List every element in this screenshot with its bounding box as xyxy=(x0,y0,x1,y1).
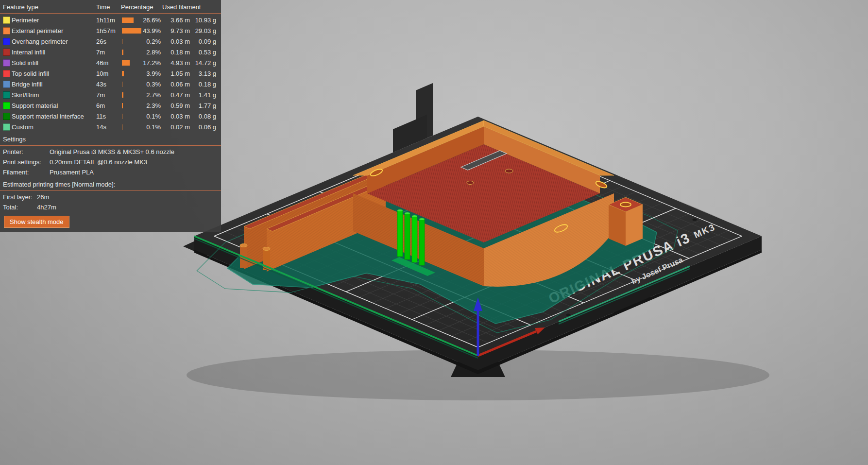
percentage-value: 2.7% xyxy=(146,91,161,99)
stealth-mode-button[interactable]: Show stealth mode xyxy=(4,216,69,228)
filament-grams: 0.06 g xyxy=(191,123,216,131)
feature-label: External perimeter xyxy=(12,27,95,34)
percentage-value: 2.8% xyxy=(146,49,161,56)
feature-color-swatch xyxy=(3,59,10,67)
percentage-bar xyxy=(122,82,122,87)
percentage-bar xyxy=(122,124,122,130)
feature-color-swatch xyxy=(3,17,10,24)
filament-grams: 29.03 g xyxy=(191,27,216,34)
legend-row[interactable]: Skirt/Brim7m2.7%0.47 m1.41 g xyxy=(0,89,221,100)
legend-row[interactable]: Top solid infill10m3.9%1.05 m3.13 g xyxy=(0,68,221,79)
bed-screw-hole xyxy=(566,313,571,316)
feature-label: Bridge infill xyxy=(12,81,95,88)
filament-grams: 0.18 g xyxy=(191,81,216,88)
legend-rows: Perimeter1h11m26.6%3.66 m10.93 gExternal… xyxy=(0,15,221,132)
printer-label: Printer: xyxy=(3,147,50,157)
percentage-bar xyxy=(122,39,122,44)
feature-time: 46m xyxy=(96,59,119,67)
feature-color-swatch xyxy=(3,70,10,77)
percentage-bar xyxy=(122,114,122,119)
printer-value: Original Prusa i3 MK3S & MK3S+ 0.6 nozzl… xyxy=(50,148,174,155)
first-layer-label: First layer: xyxy=(3,192,37,202)
percentage-bar xyxy=(122,71,124,76)
feature-color-swatch xyxy=(3,102,10,109)
feature-percentage: 26.6% xyxy=(121,17,161,24)
filament-grams: 0.09 g xyxy=(191,38,216,45)
feature-percentage: 0.3% xyxy=(121,81,161,88)
feature-percentage: 3.9% xyxy=(121,70,161,77)
legend-row[interactable]: Support material interface11s0.1%0.03 m0… xyxy=(0,111,221,121)
feature-label: Support material xyxy=(12,102,95,109)
feature-label: Top solid infill xyxy=(12,70,95,77)
settings-title: Settings xyxy=(0,135,221,144)
column-used-filament: Used filament xyxy=(162,3,216,11)
feature-percentage: 2.7% xyxy=(121,91,161,99)
feature-color-swatch xyxy=(3,49,10,56)
legend-row[interactable]: Solid infill46m17.2%4.93 m14.72 g xyxy=(0,57,221,68)
filament-meters: 0.47 m xyxy=(162,91,190,99)
column-feature-type: Feature type xyxy=(3,3,95,11)
feature-label: Overhang perimeter xyxy=(12,38,95,45)
feature-time: 10m xyxy=(96,70,119,77)
total-time-row: Total:4h27m xyxy=(0,202,221,212)
total-label: Total: xyxy=(3,202,37,212)
feature-time: 26s xyxy=(96,38,119,45)
filament-grams: 10.93 g xyxy=(191,17,216,24)
filament-grams: 0.53 g xyxy=(191,49,216,56)
feature-color-swatch xyxy=(3,123,10,131)
filament-meters: 0.18 m xyxy=(162,49,190,56)
legend-row[interactable]: Overhang perimeter26s0.2%0.03 m0.09 g xyxy=(0,36,221,47)
filament-meters: 0.03 m xyxy=(162,38,190,45)
legend-row[interactable]: External perimeter1h57m43.9%9.73 m29.03 … xyxy=(0,25,221,36)
separator xyxy=(0,190,221,191)
legend-row[interactable]: Internal infill7m2.8%0.18 m0.53 g xyxy=(0,47,221,57)
legend-row[interactable]: Custom14s0.1%0.02 m0.06 g xyxy=(0,121,221,132)
filament-meters: 0.03 m xyxy=(162,113,190,120)
times-title: Estimated printing times [Normal mode]: xyxy=(0,180,221,189)
feature-percentage: 2.8% xyxy=(121,49,161,56)
feature-percentage: 0.1% xyxy=(121,113,161,120)
bed-screw-hole xyxy=(693,218,697,221)
feature-time: 7m xyxy=(96,49,119,56)
print-settings-label: Print settings: xyxy=(3,157,50,167)
first-layer-value: 26m xyxy=(37,193,49,201)
filament-label: Filament: xyxy=(3,167,50,177)
print-settings-value: 0.20mm DETAIL @0.6 nozzle MK3 xyxy=(50,158,147,166)
filament-meters: 9.73 m xyxy=(162,27,190,34)
separator xyxy=(0,145,221,146)
legend-row[interactable]: Perimeter1h11m26.6%3.66 m10.93 g xyxy=(0,15,221,25)
first-layer-row: First layer:26m xyxy=(0,192,221,202)
filament-meters: 0.02 m xyxy=(162,123,190,131)
filament-meters: 0.06 m xyxy=(162,81,190,88)
percentage-bar xyxy=(122,50,123,55)
filament-grams: 0.08 g xyxy=(191,113,216,120)
percentage-bar xyxy=(122,60,130,66)
feature-time: 11s xyxy=(96,113,119,120)
legend-row[interactable]: Bridge infill43s0.3%0.06 m0.18 g xyxy=(0,79,221,89)
filament-grams: 1.41 g xyxy=(191,91,216,99)
percentage-value: 0.3% xyxy=(146,81,161,88)
feature-time: 1h11m xyxy=(96,17,119,24)
model-floor-hole xyxy=(467,181,474,185)
separator xyxy=(0,13,221,14)
column-percentage: Percentage xyxy=(121,3,161,11)
filament-meters: 0.59 m xyxy=(162,102,190,109)
printer-row: Printer:Original Prusa i3 MK3S & MK3S+ 0… xyxy=(0,147,221,157)
feature-color-swatch xyxy=(3,91,10,99)
percentage-bar xyxy=(122,17,134,23)
percentage-value: 2.3% xyxy=(146,102,161,109)
legend-panel: Feature type Time Percentage Used filame… xyxy=(0,0,221,232)
percentage-value: 0.2% xyxy=(146,38,161,45)
filament-meters: 4.93 m xyxy=(162,59,190,67)
feature-color-swatch xyxy=(3,27,10,34)
feature-label: Skirt/Brim xyxy=(12,91,95,99)
print-settings-row: Print settings:0.20mm DETAIL @0.6 nozzle… xyxy=(0,157,221,167)
feature-time: 6m xyxy=(96,102,119,109)
filament-grams: 3.13 g xyxy=(191,70,216,77)
percentage-value: 0.1% xyxy=(146,113,161,120)
legend-row[interactable]: Support material6m2.3%0.59 m1.77 g xyxy=(0,100,221,111)
percentage-bar xyxy=(122,28,141,34)
feature-label: Solid infill xyxy=(12,59,95,67)
total-value: 4h27m xyxy=(37,204,56,211)
column-time: Time xyxy=(96,3,119,11)
